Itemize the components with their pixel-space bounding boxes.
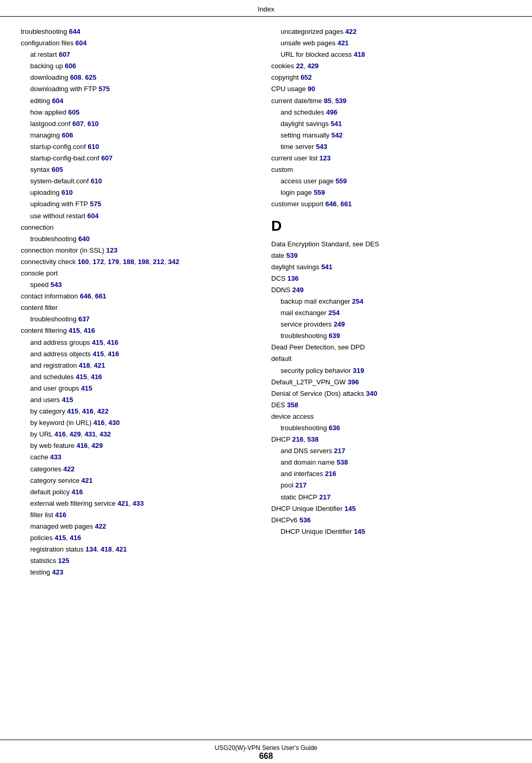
- index-term: custom: [271, 166, 293, 173]
- index-page-num: 416: [70, 534, 81, 542]
- index-page-num: 136: [287, 274, 299, 282]
- index-term: troubleshooting: [281, 424, 327, 432]
- index-page-num: 342: [168, 258, 180, 266]
- index-term: DHCP: [271, 435, 290, 443]
- list-item: troubleshooting 640: [21, 233, 261, 245]
- index-page-num: 606: [62, 131, 73, 139]
- index-page-num: 429: [92, 442, 103, 449]
- list-item: cache 433: [21, 452, 261, 463]
- list-item: DDNS 249: [271, 284, 511, 296]
- index-term: filter list: [30, 511, 53, 519]
- list-item: uploading 610: [21, 187, 261, 198]
- list-item: DES 358: [271, 399, 511, 411]
- index-page-num: 604: [87, 212, 99, 220]
- list-item: date 539: [271, 250, 511, 261]
- index-page-num: 432: [99, 430, 111, 438]
- index-term: time server: [281, 143, 314, 151]
- index-page-num: 22: [296, 62, 303, 70]
- index-term: login page: [281, 189, 312, 196]
- index-page-num: 559: [314, 189, 325, 196]
- index-term: unsafe web pages: [281, 39, 336, 47]
- index-term: troubleshooting: [30, 235, 77, 243]
- index-page-num: 249: [292, 286, 303, 294]
- list-item: login page 559: [271, 187, 511, 198]
- index-term: system-default.conf: [30, 177, 89, 185]
- index-term: DDNS: [271, 286, 290, 294]
- index-page-num: 416: [93, 419, 105, 427]
- index-term: cookies: [271, 62, 294, 70]
- index-term: CPU usage: [271, 85, 306, 93]
- index-term: service providers: [281, 320, 332, 328]
- index-term: date: [271, 252, 284, 259]
- index-page-num: 538: [307, 435, 319, 443]
- index-term: configuration files: [21, 39, 73, 47]
- index-term: and domain name: [281, 458, 335, 466]
- index-term: downloading: [30, 73, 68, 81]
- index-page-num: 90: [308, 85, 315, 93]
- index-page-num: 421: [116, 545, 127, 553]
- index-term: security policy behavior: [281, 367, 351, 374]
- list-item: DHCP 216, 538: [271, 434, 511, 445]
- index-page-num: 415: [92, 339, 104, 346]
- list-item: console port: [21, 268, 261, 279]
- index-term: syntax: [30, 166, 50, 173]
- index-page-num: 415: [93, 350, 104, 358]
- index-page-num: 216: [325, 470, 336, 478]
- index-page-num: 198: [138, 258, 149, 266]
- list-item: copyright 652: [271, 72, 511, 83]
- index-term: DCS: [271, 274, 285, 282]
- list-item: contact information 646, 661: [21, 291, 261, 302]
- list-item: by web feature 416, 429: [21, 440, 261, 452]
- index-page-num: 608: [70, 73, 82, 81]
- index-term: Denial of Service (Dos) attacks: [271, 390, 364, 397]
- list-item: DHCP Unique IDentifier 145: [271, 503, 511, 515]
- index-page-num: 358: [287, 401, 298, 409]
- index-page-num: 416: [55, 511, 67, 519]
- index-term: startup-config.conf: [30, 143, 86, 151]
- index-page-num: 217: [319, 493, 331, 501]
- index-term: statistics: [30, 557, 56, 565]
- list-item: URL for blocked access 418: [271, 49, 511, 60]
- list-item: DHCP Unique IDentifier 145: [271, 526, 511, 537]
- right-column: uncategorized pages 422unsafe web pages …: [271, 26, 511, 579]
- index-term: DHCPv6: [271, 516, 298, 524]
- page-footer: USG20(W)-VPN Series User's Guide 668: [0, 740, 532, 763]
- index-page-num: 145: [354, 528, 365, 535]
- page-header: Index: [0, 0, 532, 17]
- index-term: troubleshooting: [281, 332, 327, 340]
- index-page-num: 123: [320, 154, 331, 162]
- list-item: and address objects 415, 416: [21, 348, 261, 360]
- list-item: filter list 416: [21, 509, 261, 521]
- index-term: current user list: [271, 154, 318, 162]
- index-page-num: 421: [337, 39, 349, 47]
- index-page-num: 661: [340, 200, 352, 208]
- index-term: connection monitor (in SSL): [21, 246, 104, 254]
- index-term: contact information: [21, 292, 78, 300]
- index-page-num: 433: [50, 453, 61, 461]
- index-page-num: 605: [52, 166, 63, 173]
- index-page-num: 416: [72, 488, 83, 496]
- index-page-num: 610: [91, 177, 102, 185]
- list-item: current user list 123: [271, 153, 511, 164]
- list-item: daylight savings 541: [271, 118, 511, 130]
- index-page-num: 639: [329, 332, 340, 340]
- index-page-num: 416: [107, 339, 118, 346]
- left-column: troubleshooting 644configuration files 6…: [21, 26, 261, 579]
- list-item: connectivity check 160, 172, 179, 188, 1…: [21, 256, 261, 268]
- index-page-num: 418: [100, 545, 112, 553]
- index-page-num: 134: [85, 545, 97, 553]
- list-item: and schedules 415, 416: [21, 371, 261, 383]
- index-term: policies: [30, 534, 53, 542]
- index-page-num: 418: [353, 51, 365, 58]
- index-term: content filter: [21, 304, 58, 311]
- index-page-num: 421: [81, 477, 93, 484]
- index-page-num: 340: [366, 390, 377, 397]
- index-term: static DHCP: [281, 493, 318, 501]
- index-term: default: [271, 355, 292, 362]
- index-term: use without restart: [30, 212, 85, 220]
- list-item: testing 423: [21, 567, 261, 578]
- list-item: backing up 606: [21, 60, 261, 72]
- list-item: connection: [21, 222, 261, 233]
- index-page-num: 179: [108, 258, 119, 266]
- index-page-num: 416: [91, 373, 102, 381]
